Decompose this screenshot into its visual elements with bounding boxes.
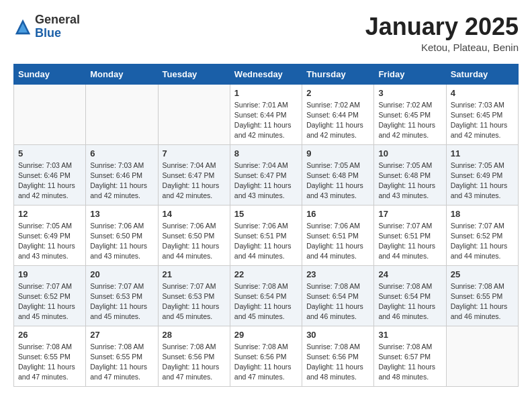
day-number: 23 xyxy=(306,269,369,279)
weekday-header-wednesday: Wednesday xyxy=(230,64,302,84)
day-number: 4 xyxy=(451,88,514,98)
day-number: 29 xyxy=(234,330,298,340)
weekday-header-saturday: Saturday xyxy=(446,64,518,84)
calendar-cell: 2Sunrise: 7:02 AM Sunset: 6:44 PM Daylig… xyxy=(302,84,374,144)
day-info: Sunrise: 7:08 AM Sunset: 6:55 PM Dayligh… xyxy=(451,281,514,322)
day-info: Sunrise: 7:06 AM Sunset: 6:51 PM Dayligh… xyxy=(306,221,369,262)
weekday-header-tuesday: Tuesday xyxy=(158,64,230,84)
title-block: January 2025 Ketou, Plateau, Benin xyxy=(365,13,519,53)
page-header: General Blue January 2025 Ketou, Plateau… xyxy=(13,13,519,53)
calendar-cell: 21Sunrise: 7:07 AM Sunset: 6:53 PM Dayli… xyxy=(158,265,230,326)
logo-icon xyxy=(13,17,32,36)
month-title: January 2025 xyxy=(365,13,519,40)
day-number: 16 xyxy=(306,209,369,219)
day-info: Sunrise: 7:07 AM Sunset: 6:53 PM Dayligh… xyxy=(90,281,153,322)
calendar-cell: 30Sunrise: 7:08 AM Sunset: 6:56 PM Dayli… xyxy=(302,326,374,386)
day-number: 3 xyxy=(378,88,441,98)
day-info: Sunrise: 7:08 AM Sunset: 6:55 PM Dayligh… xyxy=(90,342,153,383)
week-row-1: 1Sunrise: 7:01 AM Sunset: 6:44 PM Daylig… xyxy=(14,84,519,144)
day-info: Sunrise: 7:03 AM Sunset: 6:46 PM Dayligh… xyxy=(18,161,81,201)
day-info: Sunrise: 7:05 AM Sunset: 6:49 PM Dayligh… xyxy=(451,161,514,201)
weekday-header-row: SundayMondayTuesdayWednesdayThursdayFrid… xyxy=(14,64,519,84)
calendar-cell xyxy=(86,84,158,144)
week-row-5: 26Sunrise: 7:08 AM Sunset: 6:55 PM Dayli… xyxy=(14,326,519,386)
calendar-cell: 11Sunrise: 7:05 AM Sunset: 6:49 PM Dayli… xyxy=(446,144,518,205)
day-info: Sunrise: 7:08 AM Sunset: 6:57 PM Dayligh… xyxy=(378,342,441,383)
day-number: 15 xyxy=(234,209,298,219)
day-number: 8 xyxy=(234,148,298,158)
calendar-cell: 28Sunrise: 7:08 AM Sunset: 6:56 PM Dayli… xyxy=(158,326,230,386)
day-info: Sunrise: 7:03 AM Sunset: 6:45 PM Dayligh… xyxy=(451,100,514,141)
day-number: 30 xyxy=(306,330,369,340)
day-info: Sunrise: 7:03 AM Sunset: 6:46 PM Dayligh… xyxy=(90,161,153,201)
calendar-cell: 19Sunrise: 7:07 AM Sunset: 6:52 PM Dayli… xyxy=(14,265,86,326)
calendar-cell: 16Sunrise: 7:06 AM Sunset: 6:51 PM Dayli… xyxy=(302,205,374,265)
calendar-cell: 12Sunrise: 7:05 AM Sunset: 6:49 PM Dayli… xyxy=(14,205,86,265)
calendar-cell xyxy=(446,326,518,386)
day-info: Sunrise: 7:07 AM Sunset: 6:52 PM Dayligh… xyxy=(18,281,81,322)
day-info: Sunrise: 7:08 AM Sunset: 6:56 PM Dayligh… xyxy=(163,342,226,383)
day-info: Sunrise: 7:07 AM Sunset: 6:51 PM Dayligh… xyxy=(378,221,441,262)
day-number: 21 xyxy=(163,269,226,279)
calendar-cell: 17Sunrise: 7:07 AM Sunset: 6:51 PM Dayli… xyxy=(374,205,446,265)
day-number: 10 xyxy=(378,148,441,158)
calendar-cell: 9Sunrise: 7:05 AM Sunset: 6:48 PM Daylig… xyxy=(302,144,374,205)
calendar-cell: 18Sunrise: 7:07 AM Sunset: 6:52 PM Dayli… xyxy=(446,205,518,265)
day-info: Sunrise: 7:06 AM Sunset: 6:51 PM Dayligh… xyxy=(234,221,298,262)
day-info: Sunrise: 7:08 AM Sunset: 6:54 PM Dayligh… xyxy=(234,281,298,322)
calendar-cell: 22Sunrise: 7:08 AM Sunset: 6:54 PM Dayli… xyxy=(230,265,302,326)
day-number: 13 xyxy=(90,209,153,219)
day-number: 26 xyxy=(18,330,81,340)
weekday-header-friday: Friday xyxy=(374,64,446,84)
calendar-cell: 29Sunrise: 7:08 AM Sunset: 6:56 PM Dayli… xyxy=(230,326,302,386)
day-info: Sunrise: 7:08 AM Sunset: 6:54 PM Dayligh… xyxy=(378,281,441,322)
day-info: Sunrise: 7:08 AM Sunset: 6:55 PM Dayligh… xyxy=(18,342,81,383)
day-number: 9 xyxy=(306,148,369,158)
day-number: 18 xyxy=(451,209,514,219)
day-number: 1 xyxy=(234,88,298,98)
day-number: 5 xyxy=(18,148,81,158)
calendar-cell xyxy=(158,84,230,144)
week-row-3: 12Sunrise: 7:05 AM Sunset: 6:49 PM Dayli… xyxy=(14,205,519,265)
week-row-4: 19Sunrise: 7:07 AM Sunset: 6:52 PM Dayli… xyxy=(14,265,519,326)
day-number: 12 xyxy=(18,209,81,219)
day-info: Sunrise: 7:02 AM Sunset: 6:44 PM Dayligh… xyxy=(306,100,369,141)
calendar-cell: 5Sunrise: 7:03 AM Sunset: 6:46 PM Daylig… xyxy=(14,144,86,205)
day-number: 20 xyxy=(90,269,153,279)
day-number: 6 xyxy=(90,148,153,158)
calendar-cell: 8Sunrise: 7:04 AM Sunset: 6:47 PM Daylig… xyxy=(230,144,302,205)
day-info: Sunrise: 7:05 AM Sunset: 6:48 PM Dayligh… xyxy=(378,161,441,201)
day-info: Sunrise: 7:08 AM Sunset: 6:54 PM Dayligh… xyxy=(306,281,369,322)
calendar-cell: 24Sunrise: 7:08 AM Sunset: 6:54 PM Dayli… xyxy=(374,265,446,326)
calendar-table: SundayMondayTuesdayWednesdayThursdayFrid… xyxy=(13,64,519,387)
day-number: 22 xyxy=(234,269,298,279)
calendar-cell: 20Sunrise: 7:07 AM Sunset: 6:53 PM Dayli… xyxy=(86,265,158,326)
calendar-cell: 26Sunrise: 7:08 AM Sunset: 6:55 PM Dayli… xyxy=(14,326,86,386)
weekday-header-thursday: Thursday xyxy=(302,64,374,84)
day-info: Sunrise: 7:04 AM Sunset: 6:47 PM Dayligh… xyxy=(163,161,226,201)
calendar-cell: 15Sunrise: 7:06 AM Sunset: 6:51 PM Dayli… xyxy=(230,205,302,265)
day-number: 25 xyxy=(451,269,514,279)
calendar-cell: 7Sunrise: 7:04 AM Sunset: 6:47 PM Daylig… xyxy=(158,144,230,205)
calendar-cell: 13Sunrise: 7:06 AM Sunset: 6:50 PM Dayli… xyxy=(86,205,158,265)
day-number: 17 xyxy=(378,209,441,219)
day-info: Sunrise: 7:05 AM Sunset: 6:48 PM Dayligh… xyxy=(306,161,369,201)
day-info: Sunrise: 7:05 AM Sunset: 6:49 PM Dayligh… xyxy=(18,221,81,262)
weekday-header-sunday: Sunday xyxy=(14,64,86,84)
day-number: 14 xyxy=(163,209,226,219)
day-info: Sunrise: 7:01 AM Sunset: 6:44 PM Dayligh… xyxy=(234,100,298,141)
day-info: Sunrise: 7:02 AM Sunset: 6:45 PM Dayligh… xyxy=(378,100,441,141)
day-number: 31 xyxy=(378,330,441,340)
day-info: Sunrise: 7:08 AM Sunset: 6:56 PM Dayligh… xyxy=(234,342,298,383)
day-number: 28 xyxy=(163,330,226,340)
weekday-header-monday: Monday xyxy=(86,64,158,84)
day-info: Sunrise: 7:08 AM Sunset: 6:56 PM Dayligh… xyxy=(306,342,369,383)
day-info: Sunrise: 7:04 AM Sunset: 6:47 PM Dayligh… xyxy=(234,161,298,201)
day-number: 2 xyxy=(306,88,369,98)
calendar-cell: 3Sunrise: 7:02 AM Sunset: 6:45 PM Daylig… xyxy=(374,84,446,144)
day-info: Sunrise: 7:07 AM Sunset: 6:53 PM Dayligh… xyxy=(163,281,226,322)
calendar-cell: 14Sunrise: 7:06 AM Sunset: 6:50 PM Dayli… xyxy=(158,205,230,265)
day-info: Sunrise: 7:06 AM Sunset: 6:50 PM Dayligh… xyxy=(90,221,153,262)
calendar-cell: 23Sunrise: 7:08 AM Sunset: 6:54 PM Dayli… xyxy=(302,265,374,326)
calendar-cell: 10Sunrise: 7:05 AM Sunset: 6:48 PM Dayli… xyxy=(374,144,446,205)
